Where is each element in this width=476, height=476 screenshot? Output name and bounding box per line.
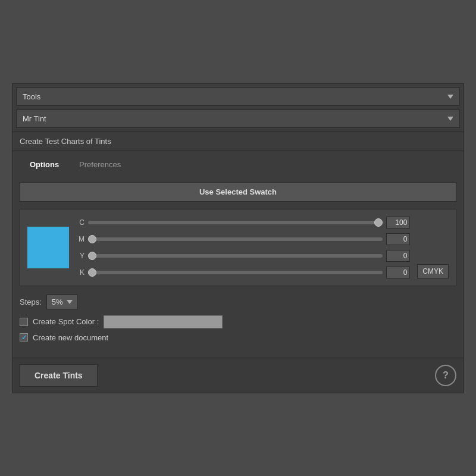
- help-button[interactable]: ?: [435, 365, 456, 386]
- section-title: Create Test Charts of Tints: [12, 131, 464, 151]
- cmyk-mode-button[interactable]: CMYK: [417, 264, 449, 278]
- spot-color-row: Create Spot Color :: [20, 315, 456, 328]
- cmyk-sliders: C 100 M 0 Y 0 K: [76, 217, 410, 278]
- k-label: K: [76, 268, 84, 277]
- steps-dropdown[interactable]: 5%: [46, 295, 78, 309]
- new-document-label: Create new document: [33, 333, 108, 342]
- mr-tint-arrow-icon: [447, 117, 453, 121]
- new-document-row: Create new document: [20, 333, 456, 342]
- y-slider[interactable]: [88, 254, 383, 258]
- spot-color-input[interactable]: [104, 315, 223, 328]
- tab-options[interactable]: Options: [20, 156, 69, 174]
- steps-value: 5%: [52, 298, 63, 306]
- create-tints-button[interactable]: Create Tints: [20, 364, 98, 387]
- tabs-bar: Options Preferences: [12, 151, 464, 174]
- color-preview-swatch: [27, 227, 69, 268]
- mr-tint-label: Mr Tint: [23, 114, 46, 123]
- c-value: 100: [386, 217, 410, 228]
- m-value: 0: [386, 233, 410, 245]
- k-slider[interactable]: [88, 271, 383, 274]
- y-value: 0: [386, 250, 410, 262]
- spot-color-checkbox[interactable]: [20, 318, 28, 326]
- tools-dropdown[interactable]: Tools: [16, 87, 460, 106]
- options-content: Use Selected Swatch C 100 M 0: [12, 174, 464, 355]
- slider-row-k: K 0: [76, 267, 410, 278]
- use-selected-swatch-button[interactable]: Use Selected Swatch: [20, 182, 456, 202]
- new-document-checkbox[interactable]: [20, 333, 28, 342]
- slider-row-c: C 100: [76, 217, 410, 228]
- steps-row: Steps: 5%: [20, 295, 456, 309]
- m-slider[interactable]: [88, 237, 383, 241]
- slider-row-y: Y 0: [76, 250, 410, 262]
- cmyk-area: C 100 M 0 Y 0 K: [20, 209, 456, 286]
- m-label: M: [76, 235, 84, 243]
- bottom-bar: Create Tints ?: [12, 358, 464, 393]
- slider-row-m: M 0: [76, 233, 410, 245]
- tools-label: Tools: [23, 92, 40, 101]
- mr-tint-dropdown[interactable]: Mr Tint: [16, 109, 460, 128]
- steps-arrow-icon: [67, 300, 73, 304]
- c-slider[interactable]: [88, 221, 383, 224]
- y-label: Y: [76, 252, 84, 260]
- tools-arrow-icon: [447, 95, 453, 99]
- k-value: 0: [386, 267, 410, 278]
- main-panel: Tools Mr Tint Create Test Charts of Tint…: [12, 83, 464, 393]
- c-label: C: [76, 218, 84, 227]
- tab-preferences[interactable]: Preferences: [69, 156, 131, 174]
- steps-label: Steps:: [20, 298, 42, 306]
- spot-color-label: Create Spot Color :: [33, 317, 99, 326]
